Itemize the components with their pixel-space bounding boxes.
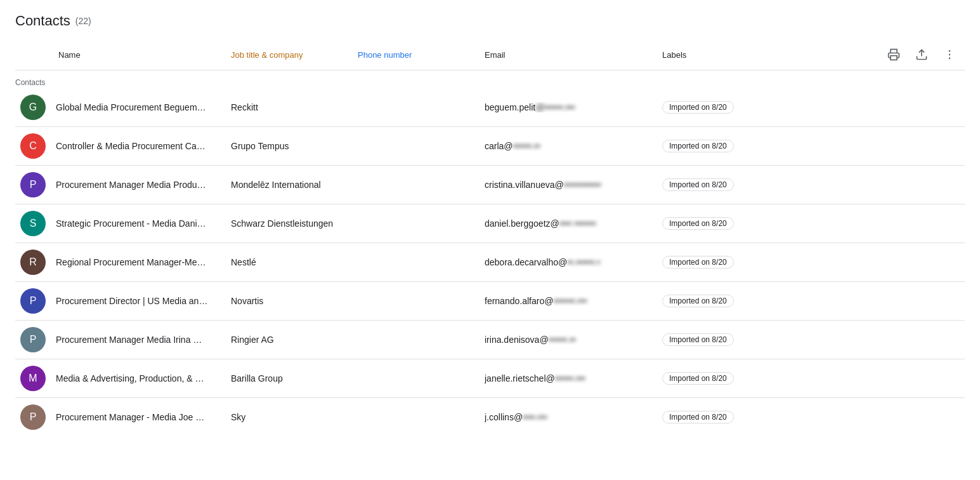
row-divider [15,204,965,204]
name-cell: M Media & Advertising, Production, & Pr.… [15,366,231,391]
label-badge[interactable]: Imported on 8/20 [662,411,734,423]
company-cell: Novartis [231,296,358,306]
section-label: Contacts [15,73,965,90]
export-icon[interactable] [911,44,932,65]
label-badge[interactable]: Imported on 8/20 [662,333,734,346]
svg-point-3 [949,54,951,56]
email-visible: debora.decarvalho@ [485,257,567,267]
email-visible: janelle.rietschel@ [485,373,555,383]
email-visible: irina.denisova@ [485,335,549,345]
avatar: P [20,404,46,430]
row-divider [15,359,965,359]
email-cell: debora.decarvalho@••.••••••.• [485,257,650,267]
label-cell: Imported on 8/20 [662,333,789,346]
email-visible: cristina.villanueva@ [485,180,564,190]
label-cell: Imported on 8/20 [662,411,789,423]
svg-point-2 [949,50,951,52]
label-badge[interactable]: Imported on 8/20 [662,295,734,307]
label-cell: Imported on 8/20 [662,256,789,269]
email-cell: janelle.rietschel@••••••.••• [485,373,650,383]
avatar: P [20,327,46,352]
svg-point-4 [949,58,951,60]
email-hidden: •••• ••••••• [559,218,596,229]
contact-name: Controller & Media Procurement Carl... [56,141,208,151]
label-cell: Imported on 8/20 [662,372,789,385]
label-badge[interactable]: Imported on 8/20 [662,217,734,230]
label-badge[interactable]: Imported on 8/20 [662,178,734,191]
page-container: Contacts (22) Name Job title & company P… [0,0,980,448]
col-email-header: Email [485,50,662,60]
company-cell: Reckitt [231,102,358,112]
company-cell: Schwarz Dienstleistungen [231,218,358,229]
email-visible: j.collins@ [485,412,523,422]
company-cell: Barilla Group [231,373,358,383]
avatar: S [20,211,46,236]
avatar: P [20,288,46,314]
table-row[interactable]: C Controller & Media Procurement Carl...… [15,128,965,164]
email-visible: fernando.alfaro@ [485,296,553,306]
email-cell: irina.denisova@••••••.•• [485,335,650,345]
table-row[interactable]: M Media & Advertising, Production, & Pr.… [15,361,965,396]
label-badge[interactable]: Imported on 8/20 [662,101,734,114]
avatar: M [20,366,46,391]
email-hidden: ••••••.••• [555,373,585,383]
avatar: R [20,250,46,275]
table-row[interactable]: R Regional Procurement Manager-Medi... N… [15,244,965,280]
email-cell: beguem.pelit@••••••.••• [485,102,650,112]
name-cell: P Procurement Manager - Media Joe C... [15,404,231,430]
label-cell: Imported on 8/20 [662,217,789,230]
table-row[interactable]: P Procurement Director | US Media and ..… [15,283,965,319]
email-hidden: ••••••.•• [549,335,576,345]
contact-name: Strategic Procurement - Media Daniel... [56,218,208,229]
more-options-icon[interactable] [939,44,960,65]
table-row[interactable]: P Procurement Manager Media Irina De... … [15,322,965,357]
email-hidden: ••.••••••.• [567,257,600,267]
name-cell: P Procurement Director | US Media and ..… [15,288,231,314]
contact-count: (22) [75,16,91,26]
label-badge[interactable]: Imported on 8/20 [662,372,734,385]
row-divider [15,397,965,398]
contacts-list: G Global Media Procurement Beguem P... R… [15,90,965,435]
company-cell: Ringier AG [231,335,358,345]
label-cell: Imported on 8/20 [662,140,789,152]
avatar: P [20,172,46,197]
table-row[interactable]: P Procurement Manager Media Product... M… [15,167,965,203]
page-title: Contacts [15,13,70,29]
email-hidden: ••••••.•• [513,141,540,151]
row-divider [15,320,965,321]
table-header: Name Job title & company Phone number Em… [15,39,965,70]
table-row[interactable]: S Strategic Procurement - Media Daniel..… [15,206,965,241]
name-cell: P Procurement Manager Media Product... [15,172,231,197]
name-cell: R Regional Procurement Manager-Medi... [15,250,231,275]
contact-name: Global Media Procurement Beguem P... [56,102,208,112]
email-visible: carla@ [485,141,513,151]
label-cell: Imported on 8/20 [662,178,789,191]
contact-name: Media & Advertising, Production, & Pr... [56,373,208,383]
row-divider [15,126,965,127]
table-row[interactable]: P Procurement Manager - Media Joe C... S… [15,399,965,435]
col-phone-header: Phone number [358,50,485,60]
row-divider [15,281,965,282]
label-badge[interactable]: Imported on 8/20 [662,140,734,152]
email-hidden: @••••••.••• [535,102,575,112]
label-cell: Imported on 8/20 [662,295,789,307]
email-hidden: ••••.••• [523,412,547,422]
print-icon[interactable] [884,44,904,65]
contact-name: Procurement Manager Media Product... [56,180,208,190]
label-badge[interactable]: Imported on 8/20 [662,256,734,269]
company-cell: Sky [231,412,358,422]
company-cell: Nestlé [231,257,358,267]
email-cell: carla@••••••.•• [485,141,650,151]
contact-name: Regional Procurement Manager-Medi... [56,257,208,267]
col-job-header: Job title & company [231,50,358,60]
avatar: G [20,95,46,120]
col-actions-header [789,44,965,65]
table-row[interactable]: G Global Media Procurement Beguem P... R… [15,90,965,125]
name-cell: G Global Media Procurement Beguem P... [15,95,231,120]
name-cell: C Controller & Media Procurement Carl... [15,133,231,159]
email-cell: j.collins@••••.••• [485,412,650,422]
row-divider [15,243,965,243]
avatar: C [20,133,46,159]
col-name-header: Name [15,50,231,60]
contact-name: Procurement Director | US Media and ... [56,296,208,306]
